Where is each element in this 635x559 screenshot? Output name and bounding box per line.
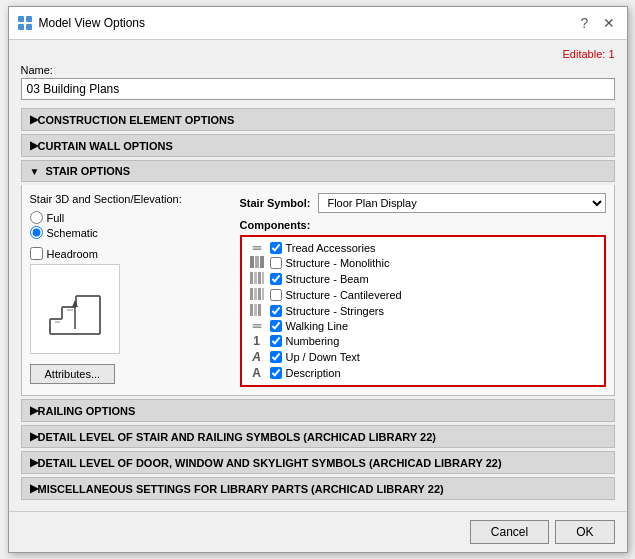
svg-rect-25 (258, 288, 261, 300)
checkbox-num[interactable] (270, 335, 282, 347)
title-bar: Model View Options ? ✕ (9, 7, 627, 40)
dialog-body: Editable: 1 Name: ▶ CONSTRUCTION ELEMENT… (9, 40, 627, 511)
cant-icon (248, 288, 266, 302)
stair-3d-label: Stair 3D and Section/Elevation: (30, 193, 230, 205)
svg-rect-2 (18, 24, 24, 30)
stair-left: Stair 3D and Section/Elevation: Full Sch… (30, 193, 230, 384)
svg-rect-28 (254, 304, 257, 316)
string-icon (248, 304, 266, 318)
svg-rect-21 (258, 272, 261, 284)
stair-section-content: Stair 3D and Section/Elevation: Full Sch… (21, 185, 615, 396)
component-walk: ≡≡ Walking Line (248, 319, 598, 333)
label-mono[interactable]: Structure - Monolithic (286, 257, 390, 269)
checkbox-desc[interactable] (270, 367, 282, 379)
svg-rect-29 (258, 304, 261, 316)
headroom-row: Headroom (30, 247, 230, 260)
radio-group: Full Schematic (30, 211, 230, 239)
component-cant: Structure - Cantilevered (248, 287, 598, 303)
detail2-label: DETAIL LEVEL OF DOOR, WINDOW AND SKYLIGH… (38, 457, 502, 469)
updown-icon: A (248, 350, 266, 364)
mono-icon (248, 256, 266, 270)
curtain-label: CURTAIN WALL OPTIONS (38, 140, 173, 152)
dialog-title: Model View Options (39, 16, 575, 30)
svg-rect-3 (26, 24, 32, 30)
label-cant[interactable]: Structure - Cantilevered (286, 289, 402, 301)
dialog-footer: Cancel OK (9, 511, 627, 552)
misc-arrow: ▶ (30, 482, 38, 495)
component-desc: A Description (248, 365, 598, 381)
label-desc[interactable]: Description (286, 367, 341, 379)
svg-rect-22 (262, 272, 264, 284)
label-walk[interactable]: Walking Line (286, 320, 349, 332)
component-updown: A Up / Down Text (248, 349, 598, 365)
num-icon: 1 (248, 334, 266, 348)
dialog-icon (17, 15, 33, 31)
label-string[interactable]: Structure - Stringers (286, 305, 384, 317)
radio-full[interactable] (30, 211, 43, 224)
stair-right: Stair Symbol: Floor Plan Display Compone… (240, 193, 606, 387)
radio-schematic-row: Schematic (30, 226, 230, 239)
name-label: Name: (21, 64, 615, 76)
attributes-button[interactable]: Attributes... (30, 364, 116, 384)
stair-symbol-row: Stair Symbol: Floor Plan Display (240, 193, 606, 213)
component-num: 1 Numbering (248, 333, 598, 349)
radio-full-label[interactable]: Full (47, 212, 65, 224)
stair-symbol-label: Stair Symbol: (240, 197, 311, 209)
misc-label: MISCELLANEOUS SETTINGS FOR LIBRARY PARTS… (38, 483, 444, 495)
svg-rect-20 (254, 272, 257, 284)
headroom-checkbox[interactable] (30, 247, 43, 260)
stair-symbol-dropdown[interactable]: Floor Plan Display (318, 193, 605, 213)
label-tread[interactable]: Tread Accessories (286, 242, 376, 254)
checkbox-string[interactable] (270, 305, 282, 317)
checkbox-walk[interactable] (270, 320, 282, 332)
svg-rect-0 (18, 16, 24, 22)
stair-section-header[interactable]: ▼ STAIR OPTIONS (21, 160, 615, 182)
label-beam[interactable]: Structure - Beam (286, 273, 369, 285)
checkbox-cant[interactable] (270, 289, 282, 301)
svg-rect-24 (254, 288, 257, 300)
detail1-label: DETAIL LEVEL OF STAIR AND RAILING SYMBOL… (38, 431, 436, 443)
checkbox-updown[interactable] (270, 351, 282, 363)
checkbox-tread[interactable] (270, 242, 282, 254)
close-button[interactable]: ✕ (599, 13, 619, 33)
detail2-arrow: ▶ (30, 456, 38, 469)
label-num[interactable]: Numbering (286, 335, 340, 347)
headroom-label[interactable]: Headroom (47, 248, 98, 260)
cancel-button[interactable]: Cancel (470, 520, 549, 544)
component-mono: Structure - Monolithic (248, 255, 598, 271)
beam-icon (248, 272, 266, 286)
svg-rect-23 (250, 288, 253, 300)
component-beam: Structure - Beam (248, 271, 598, 287)
stair-arrow: ▼ (30, 166, 40, 177)
construction-section-header[interactable]: ▶ CONSTRUCTION ELEMENT OPTIONS (21, 108, 615, 131)
svg-marker-13 (72, 300, 78, 307)
railing-section-header[interactable]: ▶ RAILING OPTIONS (21, 399, 615, 422)
detail2-section-header[interactable]: ▶ DETAIL LEVEL OF DOOR, WINDOW AND SKYLI… (21, 451, 615, 474)
stair-label: STAIR OPTIONS (45, 165, 130, 177)
checkbox-beam[interactable] (270, 273, 282, 285)
svg-rect-19 (250, 272, 253, 284)
walk-icon: ≡≡ (248, 321, 266, 331)
help-button[interactable]: ? (575, 13, 595, 33)
title-bar-buttons: ? ✕ (575, 13, 619, 33)
radio-schematic-label[interactable]: Schematic (47, 227, 98, 239)
radio-full-row: Full (30, 211, 230, 224)
name-input[interactable] (21, 78, 615, 100)
dialog-window: Model View Options ? ✕ Editable: 1 Name:… (8, 6, 628, 553)
checkbox-mono[interactable] (270, 257, 282, 269)
detail1-section-header[interactable]: ▶ DETAIL LEVEL OF STAIR AND RAILING SYMB… (21, 425, 615, 448)
detail1-arrow: ▶ (30, 430, 38, 443)
curtain-arrow: ▶ (30, 139, 38, 152)
editable-label: Editable: 1 (21, 48, 615, 60)
ok-button[interactable]: OK (555, 520, 614, 544)
stair-preview (30, 264, 120, 354)
svg-rect-18 (260, 256, 264, 268)
construction-label: CONSTRUCTION ELEMENT OPTIONS (38, 114, 235, 126)
svg-rect-26 (262, 288, 264, 300)
radio-schematic[interactable] (30, 226, 43, 239)
tread-icon: ≡≡ (248, 243, 266, 253)
label-updown[interactable]: Up / Down Text (286, 351, 360, 363)
svg-rect-27 (250, 304, 253, 316)
curtain-section-header[interactable]: ▶ CURTAIN WALL OPTIONS (21, 134, 615, 157)
misc-section-header[interactable]: ▶ MISCELLANEOUS SETTINGS FOR LIBRARY PAR… (21, 477, 615, 500)
